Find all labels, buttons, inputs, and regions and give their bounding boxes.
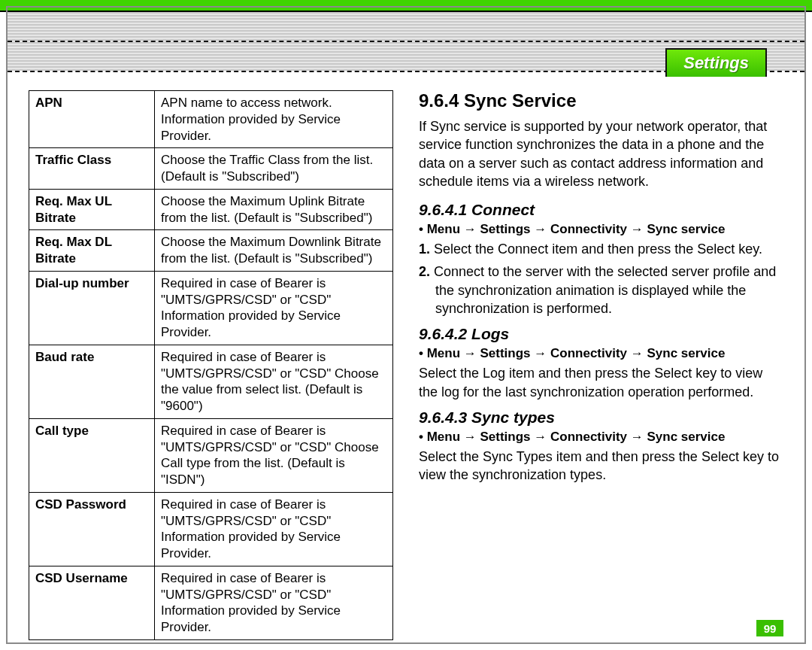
subsection-title: 9.6.4.3 Sync types [419,409,783,427]
cell-desc: Required in case of Bearer is "UMTS/GPRS… [155,566,393,639]
table-row: Call typeRequired in case of Bearer is "… [29,418,393,492]
cell-desc: Choose the Maximum Uplink Bitrate from t… [155,189,393,230]
settings-table: APNAPN name to access network. Informati… [29,90,393,640]
step-text: Select the Connect item and then press t… [434,241,762,257]
section-tab-label: Settings [683,53,749,73]
content-area: APNAPN name to access network. Informati… [29,90,783,627]
table-row: CSD PasswordRequired in case of Bearer i… [29,492,393,566]
section-heading: 9.6.4 Sync Service [419,90,783,111]
cell-label: Call type [29,418,155,492]
cell-label: CSD Username [29,566,155,639]
section-intro: If Sync service is supported by your net… [419,117,783,190]
subsection-connect: 9.6.4.1 Connect • Menu → Settings → Conn… [419,201,783,317]
manual-page: Settings APNAPN name to access network. … [0,0,812,650]
menu-breadcrumb: • Menu → Settings → Connectivity → Sync … [419,222,783,237]
menu-breadcrumb: • Menu → Settings → Connectivity → Sync … [419,430,783,445]
cell-label: Req. Max DL Bitrate [29,230,155,272]
table-row: Baud rateRequired in case of Bearer is "… [29,345,393,418]
subsection-body: Select the Log item and then press the S… [419,364,783,401]
subsection-body: Select the Sync Types item and then pres… [419,448,783,484]
cell-label: CSD Password [29,492,155,566]
cell-label: Baud rate [29,345,155,418]
cell-desc: Required in case of Bearer is "UMTS/GPRS… [155,492,393,566]
menu-breadcrumb: • Menu → Settings → Connectivity → Sync … [419,346,783,361]
step-item: 1. Select the Connect item and then pres… [419,240,783,258]
right-column: 9.6.4 Sync Service If Sync service is su… [419,90,783,627]
step-text: Connect to the server with the selected … [434,264,776,316]
step-item: 2. Connect to the server with the select… [419,263,783,317]
left-column: APNAPN name to access network. Informati… [29,90,393,627]
cell-label: APN [29,91,155,148]
cell-desc: Choose the Maximum Downlink Bitrate from… [155,230,393,272]
table-row: APNAPN name to access network. Informati… [29,91,393,148]
steps-list: 1. Select the Connect item and then pres… [419,240,783,317]
cell-label: Traffic Class [29,148,155,190]
cell-desc: Required in case of Bearer is "UMTS/GPRS… [155,345,393,418]
cell-desc: Required in case of Bearer is "UMTS/GPRS… [155,418,393,492]
subsection-logs: 9.6.4.2 Logs • Menu → Settings → Connect… [419,325,783,401]
table-row: Req. Max UL BitrateChoose the Maximum Up… [29,189,393,230]
page-number-badge: 99 [756,620,783,636]
table-row: Traffic ClassChoose the Traffic Class fr… [29,148,393,190]
table-row: Req. Max DL BitrateChoose the Maximum Do… [29,230,393,272]
section-tab: Settings [665,48,767,77]
cell-desc: APN name to access network. Information … [155,91,393,148]
cell-desc: Choose the Traffic Class from the list. … [155,148,393,190]
subsection-title: 9.6.4.1 Connect [419,201,783,219]
subsection-sync-types: 9.6.4.3 Sync types • Menu → Settings → C… [419,409,783,484]
subsection-title: 9.6.4.2 Logs [419,325,783,343]
cell-label: Req. Max UL Bitrate [29,189,155,230]
table-row: CSD UsernameRequired in case of Bearer i… [29,566,393,639]
table-row: Dial-up numberRequired in case of Bearer… [29,271,393,345]
cell-desc: Required in case of Bearer is "UMTS/GPRS… [155,271,393,345]
cell-label: Dial-up number [29,271,155,345]
page-number: 99 [764,622,777,635]
